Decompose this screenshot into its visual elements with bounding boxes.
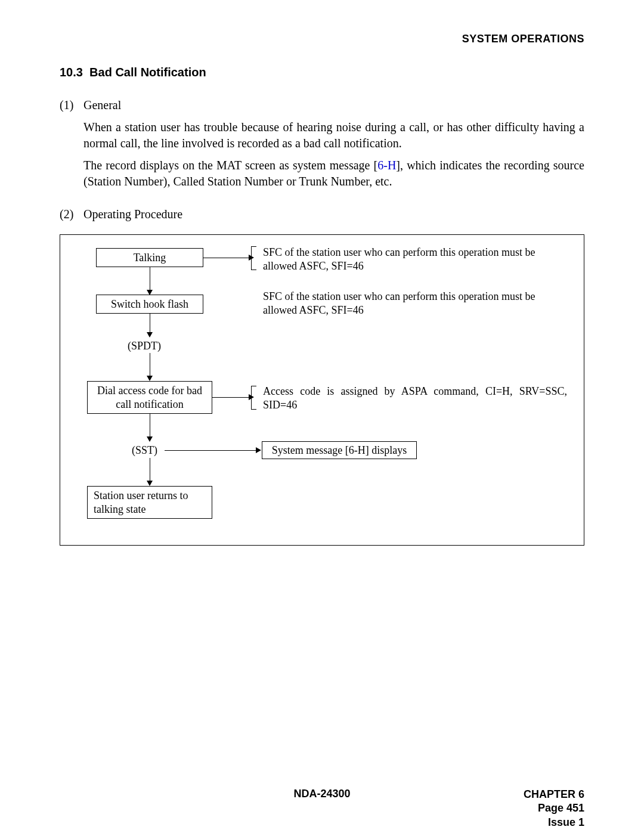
item-1-label: General — [83, 97, 584, 113]
item-1-number: (1) — [60, 97, 83, 113]
flow-diagram: Talking Switch hook flash (SPDT) Dial ac… — [60, 234, 584, 546]
link-6h[interactable]: 6-H — [377, 159, 396, 172]
note-sfc-2: SFC of the station user who can perform … — [263, 290, 567, 318]
running-header: SYSTEM OPERATIONS — [60, 33, 584, 45]
footer-page: Page 451 — [524, 801, 584, 815]
page-footer: NDA-24300 CHAPTER 6 Page 451 Issue 1 — [60, 788, 584, 800]
footer-chapter: CHAPTER 6 — [524, 788, 584, 801]
label-sst: (SST) — [132, 444, 157, 457]
box-talking: Talking — [96, 248, 203, 267]
box-return: Station user returns to talking state — [87, 486, 212, 519]
box-hookflash: Switch hook flash — [96, 295, 203, 314]
section-title: 10.3 Bad Call Notification — [60, 66, 584, 79]
section-number: 10.3 — [60, 66, 83, 79]
note-access-code: Access code is assigned by ASPA command,… — [263, 385, 567, 413]
item-2-number: (2) — [60, 206, 83, 222]
paragraph-2a: The record displays on the MAT screen as… — [83, 159, 377, 172]
box-dial-access: Dial access code for bad call notificati… — [87, 381, 212, 414]
paragraph-2: The record displays on the MAT screen as… — [83, 157, 584, 190]
box-system-message: System message [6-H] displays — [262, 441, 417, 459]
paragraph-1: When a station user has trouble because … — [83, 119, 584, 151]
label-spdt: (SPDT) — [128, 339, 161, 353]
section-name: Bad Call Notification — [89, 66, 206, 79]
footer-issue: Issue 1 — [524, 816, 584, 829]
item-2-label: Operating Procedure — [83, 206, 584, 222]
note-sfc-1: SFC of the station user who can perform … — [263, 246, 567, 274]
footer-doc-id: NDA-24300 — [60, 788, 584, 800]
